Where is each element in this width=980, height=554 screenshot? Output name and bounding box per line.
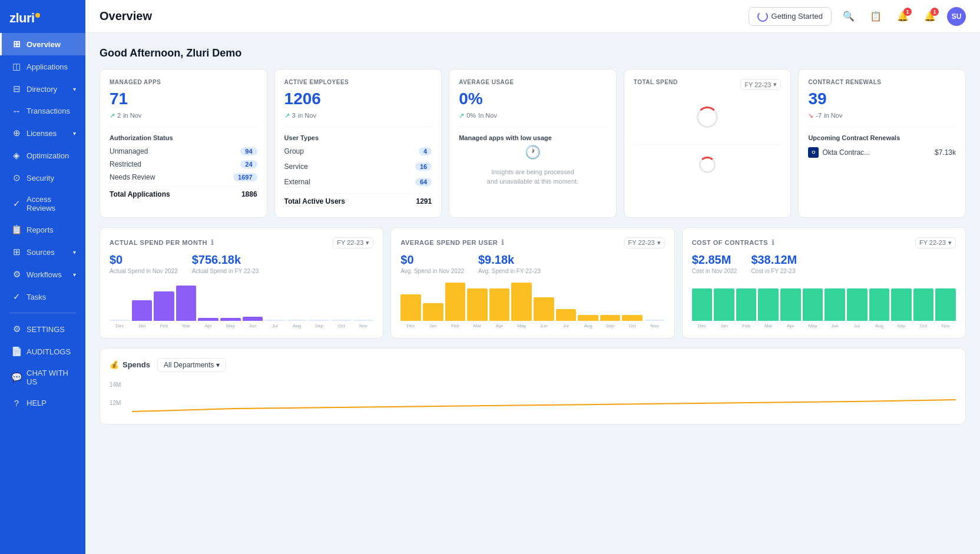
bar — [736, 288, 757, 321]
getting-started-label: Getting Started — [772, 12, 823, 21]
total-spend-label: TOTAL SPEND — [634, 79, 678, 85]
actual-spend-fy-label: Actual Spend in FY 22-23 — [192, 268, 259, 274]
stat-divider — [808, 127, 956, 127]
sidebar-item-help[interactable]: ? HELP — [0, 392, 85, 414]
bar — [692, 288, 713, 321]
reports-icon: 📋 — [11, 224, 22, 235]
auth-restricted-row: Restricted 24 — [110, 158, 257, 171]
avg-spend-fy-select[interactable]: FY 22-23 ▾ — [624, 237, 665, 248]
sidebar-item-transactions[interactable]: ↔ Transactions — [0, 100, 85, 122]
avg-spend-user-chart-card: AVERAGE SPEND PER USER ℹ FY 22-23 ▾ $0 A… — [390, 227, 674, 339]
user-service-row: Service 16 — [284, 160, 432, 173]
bar — [869, 288, 890, 321]
y-label-12m: 12M — [110, 400, 127, 406]
bar — [534, 297, 554, 321]
getting-started-button[interactable]: Getting Started — [749, 7, 832, 26]
up-arrow-icon: ↗ — [284, 112, 290, 120]
clipboard-button[interactable]: 📋 — [866, 6, 886, 26]
sidebar-item-security[interactable]: ⊙ Security — [0, 167, 85, 189]
sidebar-item-auditlogs[interactable]: 📄 AUDITLOGS — [0, 340, 85, 363]
directory-icon: ⊟ — [11, 84, 22, 94]
bar-label: Apr — [787, 323, 794, 329]
sidebar-item-label: Transactions — [27, 107, 70, 115]
change-period: in Nov — [123, 112, 141, 119]
bar-group: May — [220, 318, 241, 329]
sidebar-item-tasks[interactable]: ✓ Tasks — [0, 286, 85, 308]
bar-group: Oct — [622, 315, 643, 329]
bar-group: Aug — [287, 320, 307, 329]
actual-spend-fy-select[interactable]: FY 22-23 ▾ — [333, 237, 373, 248]
bar-group: Sep — [600, 315, 621, 329]
sidebar-item-sources[interactable]: ⊞ Sources ▾ — [0, 241, 85, 263]
department-selector[interactable]: All Departments ▾ — [157, 358, 226, 372]
user-avatar[interactable]: SU — [947, 7, 966, 26]
sidebar-item-settings[interactable]: ⚙ SETTINGS — [0, 318, 85, 340]
spends-line-chart-svg — [132, 379, 956, 414]
insights-message: Insights are being processedand unavaila… — [459, 162, 607, 191]
cost-contracts-fy-select[interactable]: FY 22-23 ▾ — [915, 237, 956, 248]
sidebar-item-label: Licenses — [27, 129, 57, 138]
chevron-down-icon: ▾ — [73, 249, 76, 256]
managed-apps-card: MANAGED APPS 71 ↗ 2 in Nov Authorization… — [100, 69, 267, 218]
title-text: COST OF CONTRACTS — [692, 239, 769, 246]
stats-row: MANAGED APPS 71 ↗ 2 in Nov Authorization… — [100, 69, 966, 218]
alert-button[interactable]: 🔔 1 — [920, 6, 940, 26]
bar-label: Jun — [540, 323, 548, 329]
page-title: Overview — [100, 9, 152, 23]
sidebar-item-label: SETTINGS — [27, 325, 65, 334]
avg-spend-title: AVERAGE SPEND PER USER ℹ — [400, 238, 504, 247]
sidebar-item-workflows[interactable]: ⚙ Workflows ▾ — [0, 263, 85, 286]
spends-icon: 💰 — [110, 360, 119, 369]
bar — [467, 288, 488, 321]
sidebar-item-label: Sources — [27, 248, 55, 257]
sidebar-item-licenses[interactable]: ⊕ Licenses ▾ — [0, 122, 85, 144]
bar-label: Apr — [496, 323, 503, 329]
active-employees-value: 1206 — [284, 90, 432, 108]
sidebar-item-access-reviews[interactable]: ✓ Access Reviews — [0, 189, 85, 218]
search-button[interactable]: 🔍 — [839, 6, 859, 26]
sidebar-item-applications[interactable]: ◫ Applications — [0, 55, 85, 78]
bar-group: Apr — [198, 318, 218, 329]
sidebar-divider — [9, 313, 76, 313]
bar-label: Feb — [451, 323, 459, 329]
optimization-icon: ◈ — [11, 150, 22, 161]
bar-group: Oct — [913, 288, 934, 329]
sidebar-item-optimization[interactable]: ◈ Optimization — [0, 144, 85, 167]
bar-group: Feb — [445, 283, 466, 329]
auth-count: 24 — [240, 160, 257, 168]
chevron-down-icon: ▾ — [366, 239, 369, 247]
fy-selector[interactable]: FY 22-23 ▾ — [740, 79, 781, 90]
bar-label: Dec — [698, 323, 706, 329]
sidebar-item-reports[interactable]: 📋 Reports — [0, 218, 85, 241]
sidebar-item-overview[interactable]: ⊞ Overview — [0, 33, 85, 55]
sidebar-item-chat[interactable]: 💬 CHAT WITH US — [0, 363, 85, 392]
chevron-down-icon: ▾ — [948, 239, 952, 247]
sidebar-item-label: HELP — [27, 399, 47, 407]
settings-icon: ⚙ — [11, 324, 22, 334]
sidebar-item-label: Access Reviews — [27, 195, 76, 213]
bar — [935, 288, 956, 321]
bar — [622, 315, 643, 321]
user-type-label: External — [284, 178, 310, 186]
notification-bell-button[interactable]: 🔔 1 — [893, 6, 913, 26]
bar-label: Sep — [315, 323, 323, 329]
logo[interactable]: zluri — [0, 0, 85, 33]
sidebar-item-label: Security — [27, 174, 54, 183]
logo-text: zluri — [9, 11, 40, 26]
bar — [644, 320, 665, 321]
auth-unmanaged-row: Unmanaged 94 — [110, 145, 257, 158]
user-total-label: Total Active Users — [284, 197, 345, 205]
bar — [511, 283, 532, 321]
avg-spend-fy-value: $9.18k — [478, 253, 541, 267]
applications-icon: ◫ — [11, 61, 22, 72]
clock-icon: 🕐 — [459, 145, 607, 160]
chart-header: AVERAGE SPEND PER USER ℹ FY 22-23 ▾ — [400, 237, 664, 248]
sidebar-item-label: Tasks — [27, 293, 46, 301]
stat-divider — [459, 127, 607, 127]
info-icon: ℹ — [772, 238, 775, 247]
bar — [847, 288, 868, 321]
contract-name: O Okta Contrac... — [808, 147, 870, 158]
stat-divider — [284, 127, 432, 127]
sidebar-item-directory[interactable]: ⊟ Directory ▾ — [0, 78, 85, 100]
y-label-14m: 14M — [110, 382, 127, 388]
